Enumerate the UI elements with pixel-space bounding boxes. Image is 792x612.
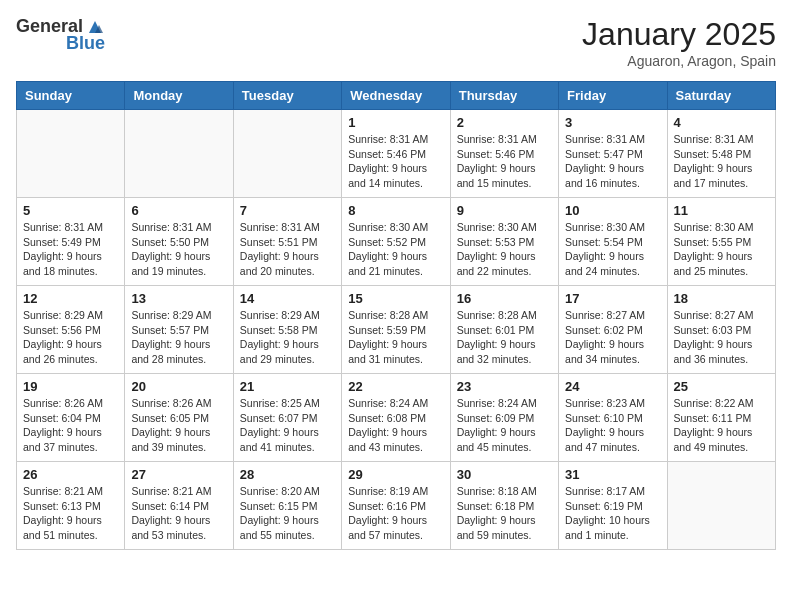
day-info: Sunrise: 8:31 AM Sunset: 5:48 PM Dayligh… <box>674 132 769 191</box>
day-cell-23: 23Sunrise: 8:24 AM Sunset: 6:09 PM Dayli… <box>450 374 558 462</box>
day-cell-12: 12Sunrise: 8:29 AM Sunset: 5:56 PM Dayli… <box>17 286 125 374</box>
day-cell-25: 25Sunrise: 8:22 AM Sunset: 6:11 PM Dayli… <box>667 374 775 462</box>
day-number: 6 <box>131 203 226 218</box>
day-number: 13 <box>131 291 226 306</box>
day-number: 30 <box>457 467 552 482</box>
day-number: 27 <box>131 467 226 482</box>
day-cell-6: 6Sunrise: 8:31 AM Sunset: 5:50 PM Daylig… <box>125 198 233 286</box>
day-number: 31 <box>565 467 660 482</box>
day-number: 5 <box>23 203 118 218</box>
day-info: Sunrise: 8:18 AM Sunset: 6:18 PM Dayligh… <box>457 484 552 543</box>
day-info: Sunrise: 8:25 AM Sunset: 6:07 PM Dayligh… <box>240 396 335 455</box>
logo-blue-text: Blue <box>66 33 105 54</box>
empty-cell <box>17 110 125 198</box>
day-number: 10 <box>565 203 660 218</box>
week-row-1: 1Sunrise: 8:31 AM Sunset: 5:46 PM Daylig… <box>17 110 776 198</box>
day-info: Sunrise: 8:30 AM Sunset: 5:52 PM Dayligh… <box>348 220 443 279</box>
day-info: Sunrise: 8:31 AM Sunset: 5:46 PM Dayligh… <box>457 132 552 191</box>
day-info: Sunrise: 8:30 AM Sunset: 5:55 PM Dayligh… <box>674 220 769 279</box>
day-info: Sunrise: 8:24 AM Sunset: 6:08 PM Dayligh… <box>348 396 443 455</box>
weekday-header-tuesday: Tuesday <box>233 82 341 110</box>
day-cell-9: 9Sunrise: 8:30 AM Sunset: 5:53 PM Daylig… <box>450 198 558 286</box>
location-title: Aguaron, Aragon, Spain <box>582 53 776 69</box>
day-cell-27: 27Sunrise: 8:21 AM Sunset: 6:14 PM Dayli… <box>125 462 233 550</box>
day-cell-26: 26Sunrise: 8:21 AM Sunset: 6:13 PM Dayli… <box>17 462 125 550</box>
day-cell-13: 13Sunrise: 8:29 AM Sunset: 5:57 PM Dayli… <box>125 286 233 374</box>
day-info: Sunrise: 8:22 AM Sunset: 6:11 PM Dayligh… <box>674 396 769 455</box>
day-cell-1: 1Sunrise: 8:31 AM Sunset: 5:46 PM Daylig… <box>342 110 450 198</box>
weekday-header-thursday: Thursday <box>450 82 558 110</box>
day-cell-21: 21Sunrise: 8:25 AM Sunset: 6:07 PM Dayli… <box>233 374 341 462</box>
day-number: 23 <box>457 379 552 394</box>
empty-cell <box>125 110 233 198</box>
day-cell-3: 3Sunrise: 8:31 AM Sunset: 5:47 PM Daylig… <box>559 110 667 198</box>
day-number: 4 <box>674 115 769 130</box>
day-info: Sunrise: 8:30 AM Sunset: 5:54 PM Dayligh… <box>565 220 660 279</box>
day-info: Sunrise: 8:31 AM Sunset: 5:49 PM Dayligh… <box>23 220 118 279</box>
week-row-5: 26Sunrise: 8:21 AM Sunset: 6:13 PM Dayli… <box>17 462 776 550</box>
day-number: 14 <box>240 291 335 306</box>
logo: General Blue <box>16 16 105 54</box>
day-cell-14: 14Sunrise: 8:29 AM Sunset: 5:58 PM Dayli… <box>233 286 341 374</box>
day-number: 26 <box>23 467 118 482</box>
weekday-header-sunday: Sunday <box>17 82 125 110</box>
day-info: Sunrise: 8:31 AM Sunset: 5:50 PM Dayligh… <box>131 220 226 279</box>
day-info: Sunrise: 8:27 AM Sunset: 6:03 PM Dayligh… <box>674 308 769 367</box>
day-number: 2 <box>457 115 552 130</box>
day-cell-22: 22Sunrise: 8:24 AM Sunset: 6:08 PM Dayli… <box>342 374 450 462</box>
day-info: Sunrise: 8:29 AM Sunset: 5:56 PM Dayligh… <box>23 308 118 367</box>
day-number: 20 <box>131 379 226 394</box>
day-cell-24: 24Sunrise: 8:23 AM Sunset: 6:10 PM Dayli… <box>559 374 667 462</box>
day-cell-5: 5Sunrise: 8:31 AM Sunset: 5:49 PM Daylig… <box>17 198 125 286</box>
day-cell-15: 15Sunrise: 8:28 AM Sunset: 5:59 PM Dayli… <box>342 286 450 374</box>
weekday-header-friday: Friday <box>559 82 667 110</box>
day-cell-30: 30Sunrise: 8:18 AM Sunset: 6:18 PM Dayli… <box>450 462 558 550</box>
day-number: 11 <box>674 203 769 218</box>
day-info: Sunrise: 8:31 AM Sunset: 5:51 PM Dayligh… <box>240 220 335 279</box>
day-info: Sunrise: 8:31 AM Sunset: 5:47 PM Dayligh… <box>565 132 660 191</box>
day-cell-4: 4Sunrise: 8:31 AM Sunset: 5:48 PM Daylig… <box>667 110 775 198</box>
day-number: 29 <box>348 467 443 482</box>
day-cell-16: 16Sunrise: 8:28 AM Sunset: 6:01 PM Dayli… <box>450 286 558 374</box>
day-info: Sunrise: 8:21 AM Sunset: 6:14 PM Dayligh… <box>131 484 226 543</box>
day-info: Sunrise: 8:30 AM Sunset: 5:53 PM Dayligh… <box>457 220 552 279</box>
day-cell-28: 28Sunrise: 8:20 AM Sunset: 6:15 PM Dayli… <box>233 462 341 550</box>
week-row-4: 19Sunrise: 8:26 AM Sunset: 6:04 PM Dayli… <box>17 374 776 462</box>
day-cell-10: 10Sunrise: 8:30 AM Sunset: 5:54 PM Dayli… <box>559 198 667 286</box>
day-info: Sunrise: 8:24 AM Sunset: 6:09 PM Dayligh… <box>457 396 552 455</box>
day-number: 21 <box>240 379 335 394</box>
day-info: Sunrise: 8:23 AM Sunset: 6:10 PM Dayligh… <box>565 396 660 455</box>
day-cell-20: 20Sunrise: 8:26 AM Sunset: 6:05 PM Dayli… <box>125 374 233 462</box>
day-number: 24 <box>565 379 660 394</box>
day-cell-29: 29Sunrise: 8:19 AM Sunset: 6:16 PM Dayli… <box>342 462 450 550</box>
weekday-header-wednesday: Wednesday <box>342 82 450 110</box>
day-cell-17: 17Sunrise: 8:27 AM Sunset: 6:02 PM Dayli… <box>559 286 667 374</box>
day-info: Sunrise: 8:28 AM Sunset: 5:59 PM Dayligh… <box>348 308 443 367</box>
day-number: 18 <box>674 291 769 306</box>
day-info: Sunrise: 8:28 AM Sunset: 6:01 PM Dayligh… <box>457 308 552 367</box>
day-info: Sunrise: 8:20 AM Sunset: 6:15 PM Dayligh… <box>240 484 335 543</box>
week-row-2: 5Sunrise: 8:31 AM Sunset: 5:49 PM Daylig… <box>17 198 776 286</box>
day-number: 16 <box>457 291 552 306</box>
day-cell-7: 7Sunrise: 8:31 AM Sunset: 5:51 PM Daylig… <box>233 198 341 286</box>
day-cell-19: 19Sunrise: 8:26 AM Sunset: 6:04 PM Dayli… <box>17 374 125 462</box>
day-number: 25 <box>674 379 769 394</box>
day-cell-11: 11Sunrise: 8:30 AM Sunset: 5:55 PM Dayli… <box>667 198 775 286</box>
day-number: 1 <box>348 115 443 130</box>
day-cell-31: 31Sunrise: 8:17 AM Sunset: 6:19 PM Dayli… <box>559 462 667 550</box>
month-title: January 2025 <box>582 16 776 53</box>
day-info: Sunrise: 8:17 AM Sunset: 6:19 PM Dayligh… <box>565 484 660 543</box>
page-header: General Blue January 2025 Aguaron, Arago… <box>16 16 776 69</box>
calendar-header-row: SundayMondayTuesdayWednesdayThursdayFrid… <box>17 82 776 110</box>
day-info: Sunrise: 8:19 AM Sunset: 6:16 PM Dayligh… <box>348 484 443 543</box>
day-number: 9 <box>457 203 552 218</box>
day-number: 17 <box>565 291 660 306</box>
day-number: 3 <box>565 115 660 130</box>
day-info: Sunrise: 8:29 AM Sunset: 5:57 PM Dayligh… <box>131 308 226 367</box>
day-cell-18: 18Sunrise: 8:27 AM Sunset: 6:03 PM Dayli… <box>667 286 775 374</box>
day-info: Sunrise: 8:27 AM Sunset: 6:02 PM Dayligh… <box>565 308 660 367</box>
day-number: 7 <box>240 203 335 218</box>
week-row-3: 12Sunrise: 8:29 AM Sunset: 5:56 PM Dayli… <box>17 286 776 374</box>
day-info: Sunrise: 8:29 AM Sunset: 5:58 PM Dayligh… <box>240 308 335 367</box>
weekday-header-monday: Monday <box>125 82 233 110</box>
